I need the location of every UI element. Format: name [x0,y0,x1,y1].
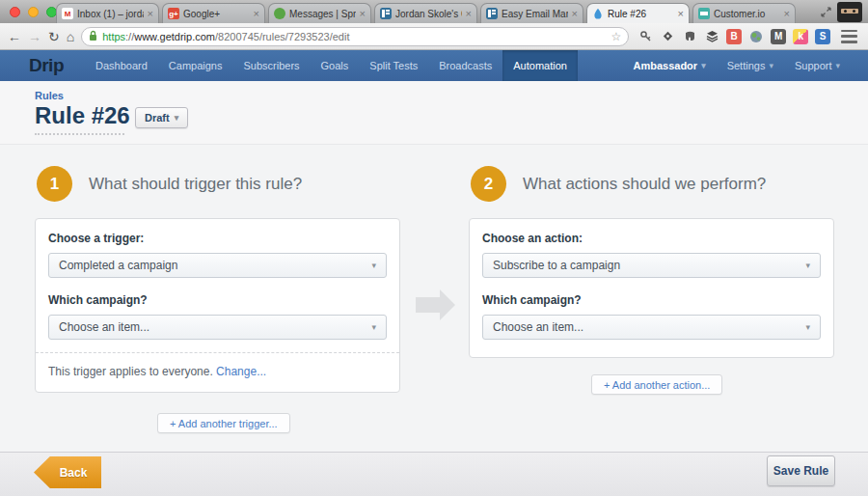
nav-item-dashboard[interactable]: Dashboard [85,50,158,81]
tab-close-icon[interactable]: × [572,9,578,19]
main-nav: Dashboard Campaigns Subscribers Goals Sp… [85,50,578,81]
action-campaign-value: Choose an item... [493,320,583,334]
chrome-menu-icon[interactable] [841,30,857,43]
action-section-title: What actions should we perform? [523,166,766,202]
customerio-icon [698,8,710,19]
flag-icon [486,8,498,19]
chevron-down-icon: ▾ [805,322,810,332]
user-avatar-ninja[interactable] [837,2,862,22]
step-1-badge: 1 [37,166,72,202]
k-extension-icon[interactable]: k [793,29,808,44]
bookmark-star-icon[interactable]: ☆ [610,30,621,43]
tab-close-icon[interactable]: × [678,9,684,19]
tab-close-icon[interactable]: × [148,9,153,19]
action-card: Choose an action: Subscribe to a campaig… [469,218,834,358]
window-close-button[interactable] [10,7,20,17]
forward-nav-icon[interactable]: → [28,30,41,43]
tab-easy-email-marketing[interactable]: Easy Email Marketin × [480,3,583,23]
chevron-down-icon: ▾ [701,61,706,70]
s-extension-icon[interactable]: S [815,29,830,44]
stack-layers-icon[interactable] [704,29,719,44]
sprout-icon [274,8,285,19]
reload-icon[interactable]: ↻ [48,30,60,43]
drip-logo[interactable]: Drip [29,50,64,81]
breadcrumb-rules-link[interactable]: Rules [35,90,64,101]
action-type-value: Subscribe to a campaign [493,259,620,272]
browser-window: M Inbox (1) – jordang × g+ Google+ × Mes… [0,0,868,496]
nav-item-label: Ambassador [633,60,697,71]
action-campaign-select[interactable]: Choose an item... ▾ [482,315,821,340]
nav-item-support[interactable]: Support ▾ [784,50,851,81]
nav-item-broadcasts[interactable]: Broadcasts [428,50,502,81]
nav-item-goals[interactable]: Goals [311,50,360,81]
action-type-label: Choose an action: [482,232,821,245]
nav-item-label: Settings [727,60,766,71]
trigger-campaign-select[interactable]: Choose an item... ▾ [48,315,387,340]
nav-item-campaigns[interactable]: Campaigns [158,50,233,81]
drip-navbar: Drip Dashboard Campaigns Subscribers Goa… [0,50,868,81]
footer-action-bar: Back Save Rule [0,452,868,496]
url-path: /8200745/rules/7293523/edit [215,31,349,42]
url-separator: :// [125,31,134,42]
tab-title: Easy Email Marketin [502,9,568,19]
diamond-icon[interactable] [660,29,675,44]
save-rule-button[interactable]: Save Rule [767,455,835,486]
trigger-type-label: Choose a trigger: [48,232,387,245]
step-2-badge: 2 [471,166,506,202]
address-bar[interactable]: https://www.getdrip.com/8200745/rules/72… [81,27,629,46]
drip-droplet-icon [592,8,604,19]
action-campaign-label: Which campaign? [482,293,821,307]
tab-close-icon[interactable]: × [254,9,259,19]
nav-item-settings[interactable]: Settings ▾ [717,50,784,81]
nav-item-split-tests[interactable]: Split Tests [359,50,428,81]
elephant-icon[interactable] [682,29,697,44]
url-text: https://www.getdrip.com/8200745/rules/72… [102,31,349,42]
browser-toolbar: ← → ↻ ⌂ https://www.getdrip.com/8200745/… [0,23,868,50]
tab-title: Messages | Sprout S [289,9,356,19]
status-badge: Draft [145,112,170,124]
fullscreen-expand-icon[interactable] [821,4,831,21]
tab-title: Customer.io [714,9,780,19]
tab-googleplus[interactable]: g+ Google+ × [162,3,265,23]
add-another-trigger-button[interactable]: + Add another trigger... [157,413,290,433]
tab-gmail[interactable]: M Inbox (1) – jordang × [56,3,159,23]
back-button[interactable]: Back [34,456,101,488]
tab-sprout[interactable]: Messages | Sprout S × [268,3,371,23]
window-minimize-button[interactable] [28,7,39,17]
url-host: www.getdrip.com [134,31,215,42]
trigger-type-select[interactable]: Completed a campaign ▾ [48,253,387,278]
tab-close-icon[interactable]: × [784,9,790,19]
back-nav-icon[interactable]: ← [8,30,21,43]
rule-editor-page: Rules Rule #26 Draft ▾ 1 What should tri… [0,81,868,496]
draft-status-dropdown[interactable]: Draft ▾ [135,107,188,128]
trigger-section-title: What should trigger this rule? [89,166,302,202]
red-b-extension-icon[interactable]: B [726,29,742,44]
nav-item-subscribers[interactable]: Subscribers [232,50,310,81]
add-another-action-button[interactable]: + Add another action... [591,374,722,395]
tab-rule-26-active[interactable]: Rule #26 × [586,3,690,23]
tab-title: Jordan Skole's Grow [395,9,462,19]
globe-icon[interactable] [748,29,764,44]
chevron-down-icon: ▾ [835,61,840,70]
tab-customerio[interactable]: Customer.io × [692,3,796,23]
change-scope-link[interactable]: Change... [216,365,266,378]
page-title[interactable]: Rule #26 [35,102,130,129]
trigger-scope-footnote: This trigger applies to everyone. Change… [36,352,399,390]
nav-item-ambassador[interactable]: Ambassador ▾ [622,50,716,81]
chevron-down-icon: ▾ [175,113,179,123]
home-icon[interactable]: ⌂ [67,30,74,43]
key-icon[interactable] [637,29,653,44]
nav-item-label: Support [795,60,832,71]
tab-jordan-skole[interactable]: Jordan Skole's Grow × [374,3,477,23]
action-type-select[interactable]: Subscribe to a campaign ▾ [482,253,821,278]
tab-close-icon[interactable]: × [466,9,472,19]
m-extension-icon[interactable]: M [771,29,786,44]
flag-icon [380,8,392,19]
nav-item-automation[interactable]: Automation [502,50,578,81]
chevron-down-icon: ▾ [769,61,773,70]
window-controls [10,7,57,17]
tab-title: Inbox (1) – jordang [77,9,144,19]
tab-close-icon[interactable]: × [360,9,366,19]
trigger-card: Choose a trigger: Completed a campaign ▾… [35,218,400,393]
padlock-icon [89,30,97,43]
